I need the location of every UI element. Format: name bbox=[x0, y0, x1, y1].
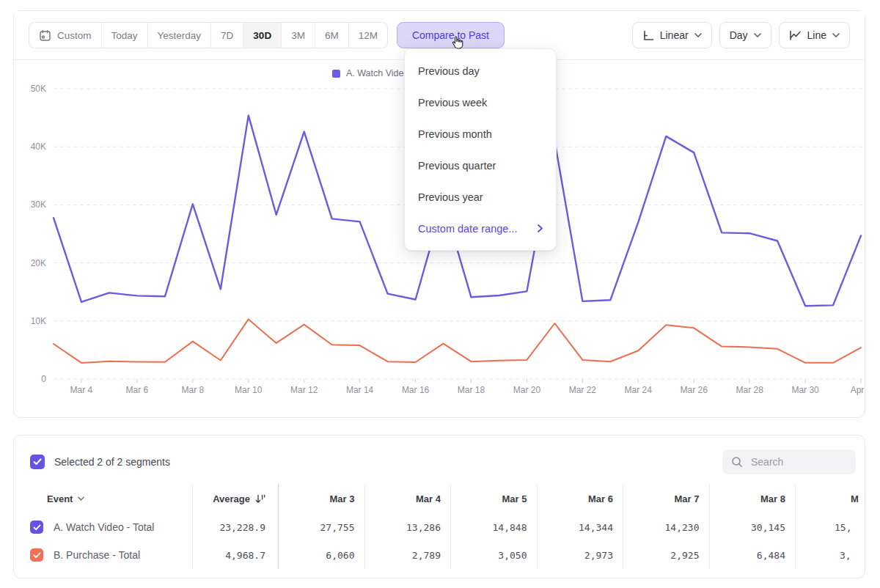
range-custom[interactable]: Custom bbox=[29, 23, 101, 48]
analytics-dashboard: 010K20K30K40K50KMar 4Mar 6Mar 8Mar 10Mar… bbox=[0, 0, 880, 588]
svg-text:20K: 20K bbox=[31, 258, 46, 268]
header-event[interactable]: Event bbox=[14, 493, 192, 504]
search-box[interactable] bbox=[722, 449, 856, 474]
svg-text:0: 0 bbox=[41, 374, 46, 384]
svg-text:Mar 6: Mar 6 bbox=[126, 385, 149, 395]
search-icon bbox=[731, 456, 743, 468]
interval-dropdown[interactable]: Day bbox=[719, 22, 771, 48]
svg-text:30K: 30K bbox=[31, 199, 46, 210]
header-mar-6[interactable]: Mar 6 bbox=[537, 484, 623, 513]
chevron-down-icon bbox=[78, 496, 84, 501]
cell-mar-6: 2,973 bbox=[537, 541, 623, 569]
cell-mar-5: 3,050 bbox=[450, 541, 537, 569]
segments-table-card: Selected 2 of 2 segments Event Average bbox=[13, 435, 865, 578]
svg-text:Mar 28: Mar 28 bbox=[736, 385, 763, 395]
header-clipped: M bbox=[795, 484, 865, 513]
header-mar-5[interactable]: Mar 5 bbox=[450, 484, 537, 513]
table-row-purchase: B. Purchase - Total 4,968.7 6,060 2,789 … bbox=[14, 541, 865, 569]
cell-mar-6: 14,344 bbox=[537, 513, 623, 541]
menu-item-previous-quarter[interactable]: Previous quarter bbox=[405, 150, 556, 181]
search-input[interactable] bbox=[749, 455, 840, 468]
cell-clipped: 15, bbox=[795, 513, 865, 541]
cell-mar-3: 27,755 bbox=[278, 513, 364, 541]
svg-text:Mar 30: Mar 30 bbox=[791, 385, 819, 395]
cell-mar-5: 14,848 bbox=[450, 513, 537, 541]
svg-text:Mar 18: Mar 18 bbox=[458, 385, 485, 395]
svg-text:Mar 14: Mar 14 bbox=[346, 385, 374, 395]
range-12m[interactable]: 12M bbox=[348, 23, 387, 48]
svg-text:Mar 26: Mar 26 bbox=[681, 385, 708, 395]
menu-item-previous-year[interactable]: Previous year bbox=[405, 181, 556, 213]
compare-to-past-button[interactable]: Compare to Past bbox=[397, 22, 505, 48]
row-checkbox[interactable] bbox=[30, 548, 43, 562]
svg-text:Mar 16: Mar 16 bbox=[402, 385, 430, 395]
range-today[interactable]: Today bbox=[101, 23, 147, 48]
svg-text:Mar 22: Mar 22 bbox=[569, 385, 597, 395]
cell-mar-4: 13,286 bbox=[364, 513, 451, 541]
scale-dropdown[interactable]: Linear bbox=[632, 22, 712, 48]
header-mar-7[interactable]: Mar 7 bbox=[623, 484, 709, 513]
segment-label: A. Watch Video - Total bbox=[54, 521, 154, 533]
legend-swatch-purple bbox=[332, 70, 340, 78]
cell-mar-4: 2,789 bbox=[364, 541, 451, 569]
svg-text:Mar 8: Mar 8 bbox=[181, 385, 204, 395]
select-all-checkbox[interactable] bbox=[30, 455, 45, 469]
svg-text:40K: 40K bbox=[31, 142, 46, 152]
cell-mar-3: 6,060 bbox=[278, 541, 364, 569]
svg-text:Apr 1: Apr 1 bbox=[851, 385, 866, 395]
chevron-right-icon bbox=[538, 222, 543, 235]
menu-item-previous-month[interactable]: Previous month bbox=[405, 118, 556, 150]
line-chart-icon bbox=[789, 30, 802, 41]
svg-text:50K: 50K bbox=[31, 84, 46, 94]
cell-mar-8: 6,484 bbox=[709, 541, 796, 569]
chart-type-dropdown[interactable]: Line bbox=[779, 22, 850, 48]
range-30d[interactable]: 30D bbox=[243, 23, 281, 48]
menu-item-previous-day[interactable]: Previous day bbox=[405, 55, 556, 87]
calendar-icon bbox=[39, 29, 51, 42]
svg-text:Mar 4: Mar 4 bbox=[70, 385, 93, 395]
cell-mar-8: 30,145 bbox=[709, 513, 796, 541]
chevron-down-icon bbox=[832, 33, 840, 37]
chart-display-controls: Linear Day bbox=[632, 22, 850, 48]
date-range-group: Custom Today Yesterday 7D 30D 3M 6M 12M bbox=[29, 22, 388, 48]
segment-label: B. Purchase - Total bbox=[54, 549, 140, 561]
selected-summary: Selected 2 of 2 segments bbox=[54, 455, 170, 469]
svg-text:Mar 12: Mar 12 bbox=[290, 385, 318, 395]
cell-mar-7: 2,925 bbox=[623, 541, 709, 569]
range-6m[interactable]: 6M bbox=[315, 23, 348, 48]
row-checkbox[interactable] bbox=[30, 521, 43, 534]
menu-item-custom-date-range[interactable]: Custom date range... bbox=[405, 213, 556, 244]
header-mar-3[interactable]: Mar 3 bbox=[278, 484, 364, 513]
segments-topbar: Selected 2 of 2 segments bbox=[14, 436, 865, 484]
range-label: Custom bbox=[57, 30, 92, 41]
chevron-down-icon bbox=[694, 33, 702, 37]
chevron-down-icon bbox=[754, 33, 761, 37]
cell-mar-7: 14,230 bbox=[623, 513, 709, 541]
cell-clipped: 3, bbox=[795, 541, 865, 569]
axis-scale-icon bbox=[642, 30, 654, 41]
compare-menu: Previous day Previous week Previous mont… bbox=[404, 48, 557, 251]
svg-text:10K: 10K bbox=[31, 316, 46, 326]
range-3m[interactable]: 3M bbox=[281, 23, 315, 48]
svg-text:Mar 20: Mar 20 bbox=[513, 385, 541, 395]
cell-average: 23,228.9 bbox=[192, 513, 278, 541]
range-7d[interactable]: 7D bbox=[210, 23, 243, 48]
sort-descending-icon bbox=[255, 494, 265, 504]
svg-text:Mar 10: Mar 10 bbox=[235, 385, 263, 395]
menu-item-previous-week[interactable]: Previous week bbox=[405, 87, 556, 118]
header-mar-4[interactable]: Mar 4 bbox=[364, 484, 451, 513]
cell-average: 4,968.7 bbox=[192, 541, 278, 569]
svg-text:Mar 24: Mar 24 bbox=[625, 385, 653, 395]
range-yesterday[interactable]: Yesterday bbox=[147, 23, 211, 48]
header-mar-8[interactable]: Mar 8 bbox=[709, 484, 796, 513]
table-header-row: Event Average Mar 3 Mar 4 Mar 5 Mar 6 Ma… bbox=[14, 484, 865, 513]
header-average[interactable]: Average bbox=[192, 484, 278, 513]
table-row-watch-video: A. Watch Video - Total 23,228.9 27,755 1… bbox=[14, 513, 865, 541]
